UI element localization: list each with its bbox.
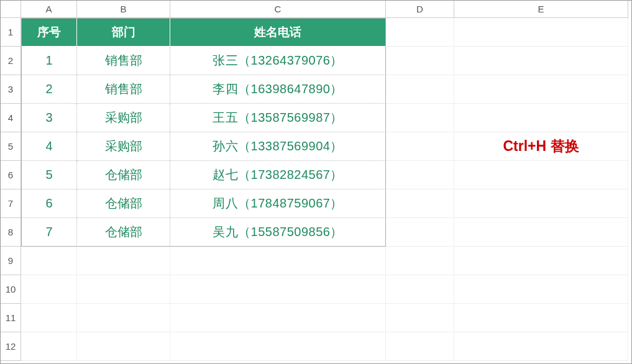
cell-D3[interactable] [386, 75, 454, 104]
cell-C8[interactable]: 吴九（15587509856） [170, 218, 386, 247]
cell-E1[interactable] [454, 18, 628, 47]
annotation-text: Ctrl+H 替换 [454, 132, 628, 161]
cell-C10[interactable] [170, 275, 386, 304]
cell-C2[interactable]: 张三（13264379076） [170, 47, 386, 75]
cell-E6[interactable] [454, 161, 628, 189]
cell-A8[interactable]: 7 [21, 218, 77, 247]
cell-A12[interactable] [21, 332, 77, 361]
cell-D9[interactable] [386, 247, 454, 275]
row-header-12[interactable]: 12 [1, 332, 21, 361]
spreadsheet[interactable]: A B C D E 1 序号 部门 姓名电话 2 1 销售部 张三（132643… [0, 0, 632, 364]
cell-A4[interactable]: 3 [21, 104, 77, 132]
row-header-6[interactable]: 6 [1, 161, 21, 189]
cell-D7[interactable] [386, 189, 454, 218]
table-header-b[interactable]: 部门 [77, 18, 170, 47]
col-header-C[interactable]: C [170, 1, 386, 18]
row-header-10[interactable]: 10 [1, 275, 21, 304]
cell-C11[interactable] [170, 304, 386, 332]
cell-E4[interactable] [454, 104, 628, 132]
cell-E9[interactable] [454, 247, 628, 275]
cell-D4[interactable] [386, 104, 454, 132]
cell-D8[interactable] [386, 218, 454, 247]
cell-B12[interactable] [77, 332, 170, 361]
cell-B10[interactable] [77, 275, 170, 304]
row-header-1[interactable]: 1 [1, 18, 21, 47]
row-header-8[interactable]: 8 [1, 218, 21, 247]
table-header-c[interactable]: 姓名电话 [170, 18, 386, 47]
cell-B9[interactable] [77, 247, 170, 275]
cell-C9[interactable] [170, 247, 386, 275]
cell-A3[interactable]: 2 [21, 75, 77, 104]
cell-D2[interactable] [386, 47, 454, 75]
cell-A7[interactable]: 6 [21, 189, 77, 218]
row-header-2[interactable]: 2 [1, 47, 21, 75]
row-header-9[interactable]: 9 [1, 247, 21, 275]
cell-A6[interactable]: 5 [21, 161, 77, 189]
cell-E11[interactable] [454, 304, 628, 332]
cell-E7[interactable] [454, 189, 628, 218]
cell-C7[interactable]: 周八（17848759067） [170, 189, 386, 218]
col-header-D[interactable]: D [386, 1, 454, 18]
cell-B11[interactable] [77, 304, 170, 332]
row-header-7[interactable]: 7 [1, 189, 21, 218]
cell-D5[interactable] [386, 132, 454, 161]
col-header-B[interactable]: B [77, 1, 170, 18]
cell-D10[interactable] [386, 275, 454, 304]
cell-B4[interactable]: 采购部 [77, 104, 170, 132]
cell-A2[interactable]: 1 [21, 47, 77, 75]
cell-B8[interactable]: 仓储部 [77, 218, 170, 247]
cell-B6[interactable]: 仓储部 [77, 161, 170, 189]
cell-D6[interactable] [386, 161, 454, 189]
cell-A11[interactable] [21, 304, 77, 332]
cell-D1[interactable] [386, 18, 454, 47]
cell-E2[interactable] [454, 47, 628, 75]
row-header-11[interactable]: 11 [1, 304, 21, 332]
col-header-A[interactable]: A [21, 1, 77, 18]
cell-C3[interactable]: 李四（16398647890） [170, 75, 386, 104]
cell-E3[interactable] [454, 75, 628, 104]
row-header-4[interactable]: 4 [1, 104, 21, 132]
cell-E12[interactable] [454, 332, 628, 361]
row-header-3[interactable]: 3 [1, 75, 21, 104]
table-header-a[interactable]: 序号 [21, 18, 77, 47]
cell-C6[interactable]: 赵七（17382824567） [170, 161, 386, 189]
cell-C5[interactable]: 孙六（13387569904） [170, 132, 386, 161]
cell-B3[interactable]: 销售部 [77, 75, 170, 104]
grid: A B C D E 1 序号 部门 姓名电话 2 1 销售部 张三（132643… [1, 1, 631, 361]
cell-A5[interactable]: 4 [21, 132, 77, 161]
select-all-corner[interactable] [1, 1, 21, 18]
cell-A10[interactable] [21, 275, 77, 304]
cell-E8[interactable] [454, 218, 628, 247]
row-header-5[interactable]: 5 [1, 132, 21, 161]
cell-B2[interactable]: 销售部 [77, 47, 170, 75]
cell-B7[interactable]: 仓储部 [77, 189, 170, 218]
cell-C4[interactable]: 王五（13587569987） [170, 104, 386, 132]
col-header-E[interactable]: E [454, 1, 628, 18]
cell-B5[interactable]: 采购部 [77, 132, 170, 161]
cell-C12[interactable] [170, 332, 386, 361]
cell-D11[interactable] [386, 304, 454, 332]
cell-D12[interactable] [386, 332, 454, 361]
cell-A9[interactable] [21, 247, 77, 275]
cell-E10[interactable] [454, 275, 628, 304]
